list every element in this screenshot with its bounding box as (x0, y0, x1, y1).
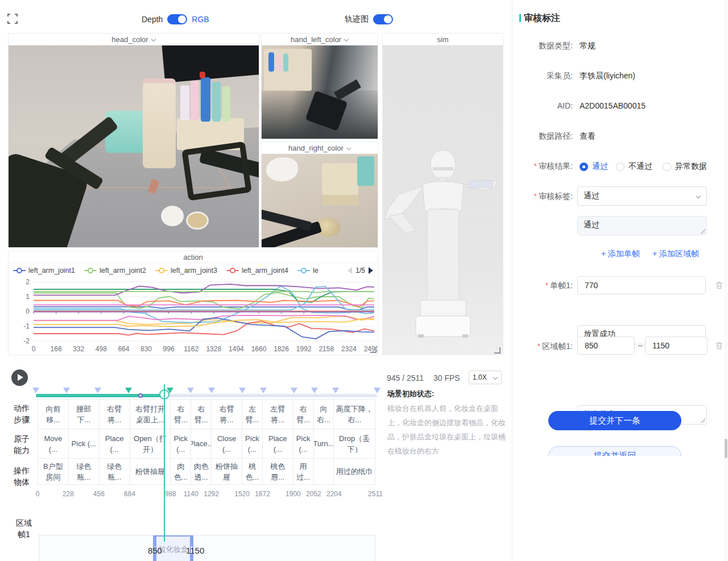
legend-marker (13, 268, 26, 273)
object-cell-12[interactable]: 用过的纸巾 (334, 459, 375, 485)
region-end-input[interactable]: 1150 (645, 336, 708, 355)
resize-corner-icon[interactable] (370, 347, 377, 353)
skill-cell-9[interactable]: Place (... (263, 429, 293, 459)
fullscreen-icon[interactable] (7, 14, 18, 25)
skill-cell-10[interactable]: Pick (... (293, 429, 314, 459)
speed-value: 1.0X (473, 373, 487, 381)
step-cell-5[interactable]: 右臂... (171, 400, 191, 429)
step-marker-10[interactable] (311, 388, 318, 393)
object-cell-7[interactable]: 粉饼抽屉 (212, 459, 242, 485)
submit-return-button[interactable]: 提交并返回 (548, 446, 681, 456)
step-marker-8[interactable] (260, 388, 267, 393)
skill-cell-3[interactable]: Place (... (100, 429, 130, 459)
frame-axis-label: 1520 (234, 490, 250, 498)
skill-cell-7[interactable]: Close (... (212, 429, 242, 459)
next-page-icon[interactable] (369, 267, 373, 274)
legend-item-left_arm_joint3[interactable]: left_arm_joint3 (155, 267, 217, 275)
radio-通过[interactable] (580, 163, 588, 171)
step-marker-7[interactable] (239, 388, 246, 393)
step-marker-12[interactable] (374, 388, 380, 393)
step-marker-11[interactable] (332, 388, 339, 393)
step-cell-3[interactable]: 右臂将... (100, 400, 130, 429)
legend-item-left_arm_joint1[interactable]: left_arm_joint1 (13, 267, 75, 275)
object-cell-5[interactable]: 肉色... (171, 459, 191, 485)
skill-cell-2[interactable]: Pick (... (69, 429, 100, 459)
resize-corner-icon[interactable] (494, 347, 500, 354)
object-cell-3[interactable]: 绿色瓶... (100, 459, 130, 485)
object-cell-8[interactable]: 桃色... (242, 459, 263, 485)
step-cell-12[interactable]: 高度下降，右... (334, 400, 375, 429)
submit-next-button[interactable]: 提交并下一条 (548, 411, 681, 430)
hand-left-camera-selector[interactable]: hand_left_color (262, 34, 378, 45)
data-path-view-link[interactable]: 查看 (580, 131, 595, 142)
legend-item-left_arm_joint4[interactable]: left_arm_joint4 (226, 267, 288, 275)
region-start-input[interactable]: 850 (577, 336, 635, 355)
delete-region-frame-icon[interactable] (715, 341, 723, 350)
object-cell-10[interactable]: 用过... (293, 459, 314, 485)
speed-select[interactable]: 1.0X (469, 371, 502, 384)
legend-item-le[interactable]: le (297, 267, 318, 275)
resize-corner-icon[interactable] (701, 229, 705, 234)
svg-text:0: 0 (26, 307, 30, 315)
svg-text:1992: 1992 (296, 345, 312, 353)
panel-title-accent (519, 14, 521, 22)
resize-corner-icon[interactable] (701, 418, 705, 423)
object-cell-11[interactable] (314, 459, 334, 485)
step-cell-7[interactable]: 右臂将... (212, 400, 242, 429)
step-cell-2[interactable]: 腰部下... (69, 400, 100, 429)
depth-rgb-toggle[interactable] (167, 14, 187, 24)
review-tag-select[interactable]: 通过 (577, 186, 707, 206)
joint-trajectory-chart[interactable]: -2-1012016633249866483099611621328149416… (9, 278, 378, 355)
add-region-frame-button[interactable]: + 添加区域帧 (652, 249, 699, 259)
prev-page-icon[interactable] (348, 267, 352, 274)
required-mark: * (545, 281, 548, 290)
object-cell-2[interactable]: 绿色瓶... (69, 459, 100, 485)
step-marker-5[interactable] (187, 388, 194, 393)
region-frame-track[interactable]: 拉化妆盒 (39, 535, 375, 561)
object-cell-9[interactable]: 桃色唇... (263, 459, 293, 485)
step-cell-10[interactable]: 右臂... (293, 400, 314, 429)
legend-item-left_arm_joint2[interactable]: left_arm_joint2 (84, 267, 146, 275)
radio-label[interactable]: 异常数据 (675, 161, 707, 172)
step-marker-9[interactable] (291, 388, 297, 393)
frame-axis-label: 2204 (326, 490, 342, 498)
step-marker-3[interactable] (125, 388, 132, 393)
sim-title: sim (383, 34, 503, 45)
skill-cell-11[interactable]: Turn... (314, 429, 334, 459)
radio-不通过[interactable] (616, 163, 624, 171)
object-cell-1[interactable]: B户型房间 (38, 459, 69, 485)
step-cell-1[interactable]: 向前移... (38, 400, 69, 429)
fps-label: 30 FPS (433, 373, 460, 383)
delete-single-frame-icon[interactable] (715, 281, 723, 290)
step-marker-6[interactable] (208, 388, 215, 393)
skill-cell-6[interactable]: Place... (191, 429, 212, 459)
step-cell-9[interactable]: 左臂将... (263, 400, 293, 429)
single-frame-input[interactable]: 770 (577, 276, 706, 294)
panel-scrollbar-track[interactable] (725, 0, 727, 561)
radio-异常数据[interactable] (663, 163, 671, 171)
skill-cell-12[interactable]: Drop（丢下） (334, 429, 375, 459)
review-tag-note[interactable]: 通过 (577, 216, 707, 235)
radio-label[interactable]: 通过 (592, 161, 608, 172)
hand-right-camera-selector[interactable]: hand_right_color (262, 142, 378, 154)
radio-label[interactable]: 不通过 (628, 161, 652, 172)
step-marker-1[interactable] (63, 388, 70, 393)
panel-scrollbar-thumb[interactable] (725, 439, 727, 458)
step-marker-4[interactable] (167, 388, 173, 393)
step-marker-2[interactable] (94, 388, 101, 393)
play-button[interactable] (11, 369, 28, 386)
review-tag-row: *审核标签: (512, 192, 573, 202)
skill-cell-5[interactable]: Pick (... (171, 429, 191, 459)
skill-cell-1[interactable]: Move (... (38, 429, 69, 459)
skill-cell-8[interactable]: Pick (... (242, 429, 263, 459)
add-single-frame-button[interactable]: + 添加单帧 (601, 249, 640, 259)
step-cell-11[interactable]: 向右... (314, 400, 334, 429)
step-marker-0[interactable] (32, 388, 39, 393)
trajectory-toggle[interactable] (373, 14, 393, 24)
step-cell-6[interactable]: 右臂... (191, 400, 212, 429)
step-cell-8[interactable]: 左臂... (242, 400, 263, 429)
object-cell-6[interactable]: 肉色透... (191, 459, 212, 485)
hand-left-camera-label: hand_left_color (291, 35, 341, 44)
head-camera-selector[interactable]: head_color (9, 34, 259, 45)
sim-viewport[interactable] (383, 45, 503, 355)
